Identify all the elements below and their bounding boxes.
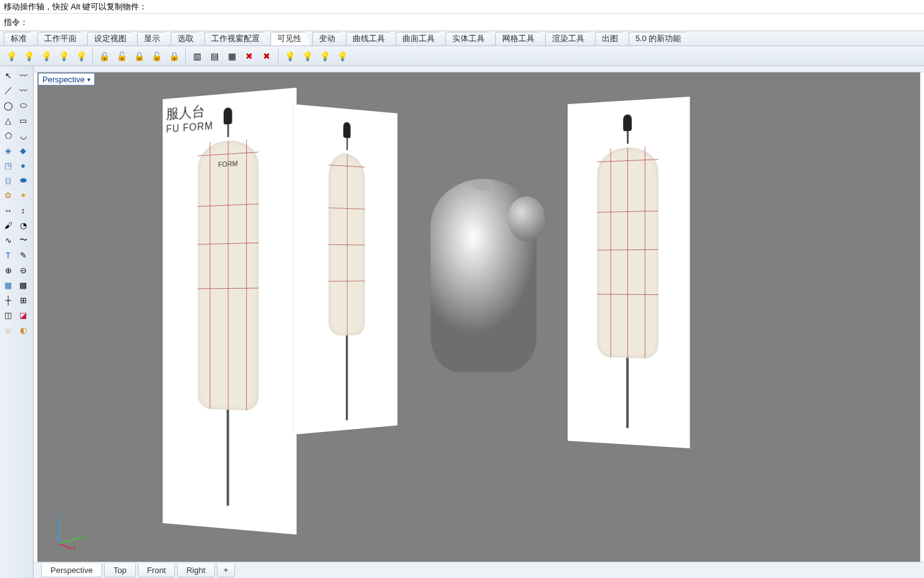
tab-visibility[interactable]: 可见性 [270,32,311,46]
tab-cplane[interactable]: 工作平面 [37,32,86,46]
select-filter-icon[interactable]: ▦ [224,49,239,64]
help2-icon[interactable]: 💡 [300,49,315,64]
tab-surface-tools[interactable]: 曲面工具 [396,32,444,46]
tab-solid-tools[interactable]: 实体工具 [445,32,494,46]
mesh-icon[interactable]: ▦ [1,278,15,292]
tab-curve-tools[interactable]: 曲线工具 [346,32,394,46]
vtab-right[interactable]: Right [177,564,214,577]
tab-viewport-layout[interactable]: 工作视窗配置 [204,32,269,46]
unlock-icon[interactable]: 🔓 [114,49,129,64]
show-sel-icon[interactable]: 💡 [21,49,36,64]
tab-new-v5[interactable]: 5.0 的新功能 [629,32,690,46]
sphere-icon[interactable]: ● [16,158,30,172]
viewport-wrap: Perspective ▾ 服人台 FU FORM FORM [34,66,924,578]
vtab-front[interactable]: Front [138,564,175,577]
command-line: 指令： [0,14,924,31]
command-input[interactable] [31,17,920,27]
hide-swap-icon[interactable]: 💡 [56,49,71,64]
tab-mesh-tools[interactable]: 网格工具 [495,32,544,46]
srf2-icon[interactable]: ◆ [16,143,30,157]
reference-image-side[interactable] [293,104,398,435]
top-scrollbar[interactable] [34,66,924,72]
panel-icon[interactable]: ▥ [189,49,204,64]
viewport-title-text: Perspective [42,75,85,84]
annot-icon[interactable]: ✎ [16,248,30,262]
help1-icon[interactable]: 💡 [282,49,297,64]
color-icon[interactable]: ◔ [16,218,30,232]
help4-icon[interactable]: 💡 [335,49,350,64]
delete-icon[interactable]: ✖ [259,49,274,64]
help3-icon[interactable]: 💡 [317,49,332,64]
circle-icon[interactable]: ◯ [1,99,15,112]
lock-swap-icon[interactable]: 🔒 [131,49,146,64]
svg-text:y: y [82,534,85,540]
polygon-icon[interactable]: ⬠ [1,128,15,142]
command-label: 指令： [4,17,28,28]
lasso-icon[interactable]: 〰 [16,69,30,82]
show-icon[interactable]: 💡 [4,49,19,64]
isolate-icon[interactable]: 💡 [74,49,88,64]
tab-transform[interactable]: 变动 [312,32,345,46]
main-area: ↖〰 ／〰 ◯⬭ △▭ ⬠◡ ◈◆ ◳● ⌼⬬ ⚙✦ ↔↕ 🖌◔ ∿〜 T✎ ⊕… [0,66,924,578]
srf1-icon[interactable]: ◈ [1,143,15,157]
triangle-icon[interactable]: △ [1,113,15,127]
model-torso-3d[interactable] [431,179,555,378]
separator [92,49,93,63]
unlock-all-icon[interactable]: 🔓 [149,49,164,64]
mesh2-icon[interactable]: ▩ [16,278,30,292]
crv1-icon[interactable]: ∿ [1,233,15,247]
util2-icon[interactable]: ◪ [16,308,30,322]
pipe-icon[interactable]: ⬬ [16,173,30,187]
grid2-icon[interactable]: ⊞ [16,293,30,307]
lock-icon[interactable]: 🔒 [97,49,112,64]
crv2-icon[interactable]: 〜 [16,233,30,247]
svg-line-2 [59,537,80,544]
viewport-perspective[interactable]: Perspective ▾ 服人台 FU FORM FORM [37,72,920,562]
tab-setview[interactable]: 设定视图 [87,32,136,46]
rect-icon[interactable]: ▭ [16,113,30,127]
layers-icon[interactable]: ▤ [207,49,222,64]
svg-text:x: x [73,545,76,550]
viewport-title[interactable]: Perspective ▾ [38,73,95,85]
gear1-icon[interactable]: ⚙ [1,188,15,202]
vtab-perspective[interactable]: Perspective [41,564,102,577]
viewport-tabs: Perspective Top Front Right ✦ [34,562,924,578]
axis-gizmo: z y x [53,513,90,550]
tab-select[interactable]: 选取 [171,32,203,46]
vtab-top[interactable]: Top [104,564,136,577]
pointer-icon[interactable]: ↖ [1,69,15,82]
text-icon[interactable]: T [1,248,15,262]
tab-drafting[interactable]: 出图 [595,32,627,46]
separator [278,49,279,63]
gear2-icon[interactable]: ✦ [16,188,30,202]
arc-icon[interactable]: ◡ [16,128,30,142]
reference-image-front[interactable]: 服人台 FU FORM FORM [163,88,297,535]
reference-image-back[interactable] [568,97,690,448]
vtab-add[interactable]: ✦ [217,564,235,577]
rend-icon[interactable]: ☼ [1,323,15,337]
polyline-icon[interactable]: 〰 [16,84,30,97]
tab-render-tools[interactable]: 渲染工具 [545,32,594,46]
visibility-toolbar: 💡 💡 💡 💡 💡 🔒 🔓 🔒 🔓 🔒 ▥ ▤ ▦ ✖ ✖ 💡 💡 💡 💡 [0,46,924,66]
util1-icon[interactable]: ◫ [1,308,15,322]
svg-line-4 [59,544,72,549]
tab-standard[interactable]: 标准 [4,32,36,46]
hide-icon[interactable]: 💡 [39,49,54,64]
line-icon[interactable]: ／ [1,84,15,97]
bool2-icon[interactable]: ⊖ [16,263,30,277]
tab-display[interactable]: 显示 [137,32,169,46]
dim-icon[interactable]: ↔ [1,203,15,217]
clear-icon[interactable]: ✖ [242,49,257,64]
grid-icon[interactable]: ┼ [1,293,15,307]
box-icon[interactable]: ◳ [1,158,15,172]
dim2-icon[interactable]: ↕ [16,203,30,217]
lock-sel-icon[interactable]: 🔒 [166,49,181,64]
ellipse-icon[interactable]: ⬭ [16,99,30,112]
bool1-icon[interactable]: ⊕ [1,263,15,277]
viewport-dropdown-icon[interactable]: ▾ [87,76,90,83]
cylinder-icon[interactable]: ⌼ [1,173,15,187]
rend2-icon[interactable]: ◐ [16,323,30,337]
status-line: 移动操作轴，快按 Alt 键可以复制物件： [0,0,924,14]
svg-text:z: z [58,514,61,520]
paint-icon[interactable]: 🖌 [1,218,15,232]
